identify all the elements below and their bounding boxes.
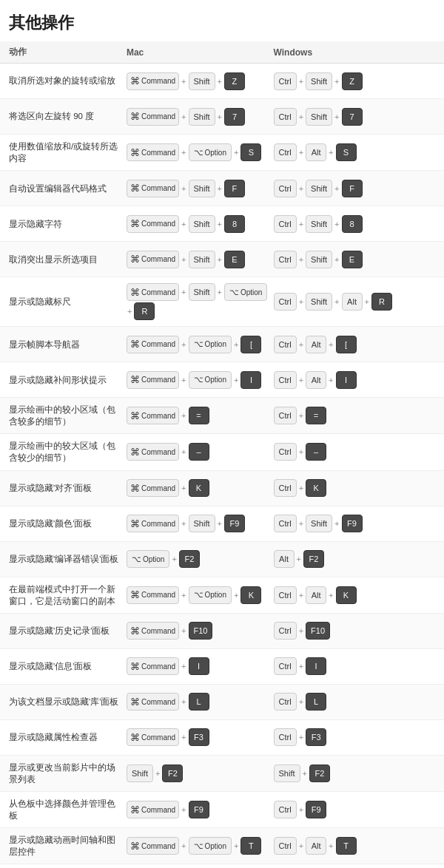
keyboard-key: Shift bbox=[189, 515, 215, 532]
keyboard-key: Shift bbox=[306, 180, 332, 197]
table-row: 显示或隐藏'编译器错误'面板⌥Option+F2Alt+F2 bbox=[0, 542, 444, 577]
key-separator: + bbox=[234, 148, 238, 157]
table-row: 显示绘画中的较大区域（包含较少的细节）⌘Command+–Ctrl+– bbox=[0, 434, 444, 470]
keyboard-key: I bbox=[306, 657, 326, 675]
table-row: 显示或隐藏属性检查器⌘Command+F3Ctrl+F3 bbox=[0, 720, 444, 756]
action-label: 取消突出显示所选项目 bbox=[9, 254, 127, 265]
win-keys: Ctrl+Shift+7 bbox=[274, 108, 435, 126]
keyboard-key: ⌥Option bbox=[189, 371, 232, 389]
keyboard-key: Ctrl bbox=[274, 801, 297, 818]
keyboard-key: Ctrl bbox=[274, 479, 297, 497]
keyboard-key: F9 bbox=[189, 801, 209, 818]
keyboard-key: E bbox=[224, 251, 245, 268]
keyboard-key: ⌘Command bbox=[127, 143, 179, 161]
key-separator: + bbox=[234, 340, 238, 349]
keyboard-key: ⌘Command bbox=[127, 108, 179, 126]
action-label: 显示或隐藏'对齐'面板 bbox=[9, 482, 127, 494]
keyboard-key: F bbox=[224, 180, 245, 197]
keyboard-key: Ctrl bbox=[274, 293, 297, 311]
key-separator: + bbox=[299, 662, 303, 671]
keyboard-key: K bbox=[189, 479, 209, 497]
key-separator: + bbox=[218, 220, 222, 228]
action-label: 显示帧脚本导航器 bbox=[9, 339, 127, 350]
keyboard-key: F3 bbox=[189, 728, 209, 746]
header-mac: Mac bbox=[127, 47, 274, 58]
mac-keys: ⌘Command+⌥Option+T bbox=[127, 837, 274, 855]
action-label: 显示或更改当前影片中的场景列表 bbox=[9, 762, 127, 785]
keyboard-key: Ctrl bbox=[274, 622, 297, 640]
action-label: 显示或隐藏'信息'面板 bbox=[9, 660, 127, 672]
mac-keys: ⌘Command+Shift+E bbox=[127, 251, 274, 268]
keyboard-key: Ctrl bbox=[274, 72, 297, 90]
keyboard-key: F2 bbox=[309, 764, 330, 782]
keyboard-key: 7 bbox=[342, 108, 363, 126]
key-separator: + bbox=[218, 288, 222, 296]
key-separator: + bbox=[299, 626, 303, 635]
action-label: 显示或隐藏'颜色'面板 bbox=[9, 518, 127, 529]
keyboard-key: – bbox=[189, 443, 209, 461]
keyboard-key: F10 bbox=[306, 622, 330, 640]
key-separator: + bbox=[303, 769, 307, 778]
keyboard-key: I bbox=[336, 371, 357, 389]
key-separator: + bbox=[299, 77, 303, 86]
key-separator: + bbox=[299, 484, 303, 492]
table-row: 显示或隐藏'颜色'面板⌘Command+Shift+F9Ctrl+Shift+F… bbox=[0, 506, 444, 542]
mac-keys: ⌘Command+I bbox=[127, 657, 274, 675]
action-label: 显示绘画中的较小区域（包含较多的细节） bbox=[9, 404, 127, 427]
table-row: 显示隐藏字符⌘Command+Shift+8Ctrl+Shift+8 bbox=[0, 206, 444, 242]
win-keys: Ctrl+Shift+8 bbox=[274, 215, 435, 233]
mac-keys: ⌘Command+K bbox=[127, 479, 274, 497]
table-row: 在最前端模式中打开一个新窗口，它是活动窗口的副本⌘Command+⌥Option… bbox=[0, 577, 444, 614]
action-label: 从色板中选择颜色并管理色板 bbox=[9, 798, 127, 821]
table-row: 显示或隐藏'历史记录'面板⌘Command+F10Ctrl+F10 bbox=[0, 614, 444, 649]
header-action: 动作 bbox=[9, 46, 127, 58]
win-keys: Ctrl+F9 bbox=[274, 801, 435, 818]
keyboard-key: Ctrl bbox=[274, 728, 297, 746]
table-row: 显示或隐藏补间形状提示⌘Command+⌥Option+ICtrl+Alt+I bbox=[0, 362, 444, 398]
keyboard-key: Z bbox=[342, 72, 363, 90]
keyboard-key: ⌥Option bbox=[189, 586, 232, 604]
keyboard-key: Shift bbox=[189, 108, 215, 126]
win-keys: Ctrl+Shift+Z bbox=[274, 72, 435, 90]
mac-keys: ⌘Command+Shift+⌥Option+R bbox=[127, 283, 274, 320]
keyboard-key: Shift bbox=[189, 283, 215, 301]
action-label: 显示或隐藏动画时间轴和图层控件 bbox=[9, 834, 127, 858]
keyboard-key: Shift bbox=[306, 251, 332, 268]
keyboard-key: ⌘Command bbox=[127, 693, 179, 711]
table-row: 显示或隐藏动画时间轴和图层控件⌘Command+⌥Option+TCtrl+Al… bbox=[0, 828, 444, 864]
key-separator: + bbox=[181, 184, 186, 193]
keyboard-key: F2 bbox=[162, 764, 183, 782]
keyboard-key: = bbox=[306, 407, 326, 424]
mac-keys: ⌘Command+⌥Option+K bbox=[127, 586, 274, 604]
keyboard-key: ⌘Command bbox=[127, 479, 179, 497]
table-row: 显示或隐藏标尺⌘Command+Shift+⌥Option+RCtrl+Shif… bbox=[0, 277, 444, 327]
table-row: 显示帧脚本导航器⌘Command+⌥Option+[Ctrl+Alt+[ bbox=[0, 327, 444, 362]
table-row: 取消突出显示所选项目⌘Command+Shift+ECtrl+Shift+E bbox=[0, 242, 444, 277]
key-separator: + bbox=[181, 220, 186, 228]
keyboard-key: 7 bbox=[224, 108, 245, 126]
action-label: 显示隐藏字符 bbox=[9, 218, 127, 230]
table-row: 自动设置编辑器代码格式⌘Command+Shift+FCtrl+Shift+F bbox=[0, 171, 444, 206]
win-keys: Ctrl+Shift+F9 bbox=[274, 515, 435, 532]
key-separator: + bbox=[334, 184, 339, 193]
keyboard-key: Shift bbox=[274, 764, 300, 782]
key-separator: + bbox=[234, 591, 238, 600]
keyboard-key: ⌘Command bbox=[127, 622, 179, 640]
key-separator: + bbox=[365, 297, 369, 306]
key-separator: + bbox=[218, 184, 222, 193]
keyboard-key: = bbox=[189, 407, 209, 424]
key-separator: + bbox=[299, 220, 303, 228]
key-separator: + bbox=[218, 77, 222, 86]
keyboard-key: S bbox=[336, 143, 357, 161]
key-separator: + bbox=[234, 376, 238, 384]
shortcut-table: 取消所选对象的旋转或缩放⌘Command+Shift+ZCtrl+Shift+Z… bbox=[0, 64, 444, 868]
key-separator: + bbox=[172, 555, 176, 563]
table-row: 显示或更改当前影片中的场景列表Shift+F2Shift+F2 bbox=[0, 756, 444, 792]
keyboard-key: F bbox=[342, 180, 363, 197]
win-keys: Ctrl+Shift+Alt+R bbox=[274, 293, 435, 311]
keyboard-key: K bbox=[306, 479, 326, 497]
mac-keys: ⌘Command+F10 bbox=[127, 622, 274, 640]
keyboard-key: Shift bbox=[306, 215, 332, 233]
win-keys: Ctrl+Alt+T bbox=[274, 837, 435, 855]
key-separator: + bbox=[299, 184, 303, 193]
